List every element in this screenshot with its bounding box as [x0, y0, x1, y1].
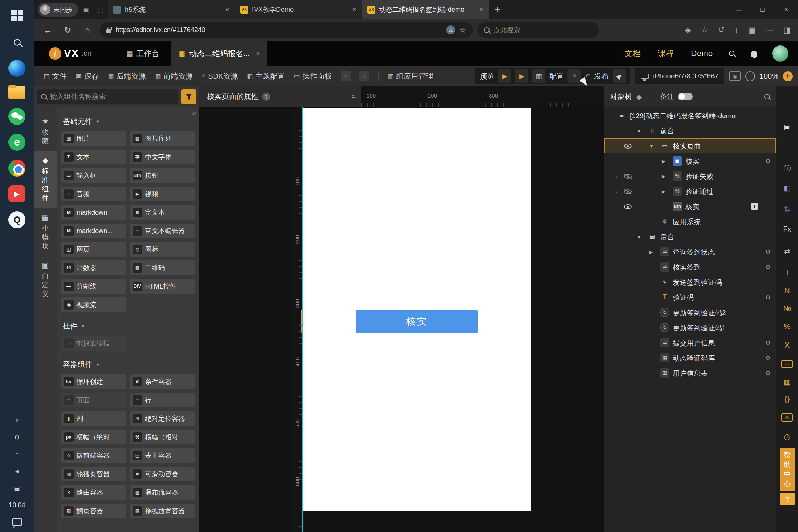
user-icon[interactable]: ☺: [781, 413, 793, 422]
eye-icon[interactable]: [624, 204, 632, 209]
tree-right-caret-icon[interactable]: ▶: [662, 189, 665, 194]
browser-tab[interactable]: VXIVX教学Demo×: [235, 0, 362, 19]
info-icon[interactable]: ⓘ: [776, 163, 798, 173]
palette-item-swipe[interactable]: ≈可滑动容器: [130, 467, 195, 481]
grid-icon[interactable]: ▦: [776, 378, 798, 386]
save-button[interactable]: ▣保存: [76, 71, 99, 81]
history-icon[interactable]: ↺: [718, 25, 724, 34]
palette-item-richtext-editor[interactable]: ≡富文本编辑器: [130, 224, 195, 238]
filter-button[interactable]: [181, 89, 196, 104]
palette-item-page[interactable]: ▭页面: [61, 393, 126, 407]
palette-item-image[interactable]: ▦图片: [61, 131, 126, 146]
backend-resources-button[interactable]: ▦后端资源: [108, 71, 146, 81]
config-sliders-button[interactable]: ≡: [567, 69, 581, 83]
swap-icon[interactable]: ⇄: [776, 247, 798, 256]
minimize-button[interactable]: —: [727, 0, 751, 19]
app-group-manage-button[interactable]: ▦组应用管理: [388, 71, 433, 81]
number-type-icon[interactable]: N: [776, 287, 798, 295]
tree-item[interactable]: ↻更新签到验证码1: [604, 320, 776, 335]
publish-button[interactable]: ▶: [613, 69, 626, 83]
tray-expand-icon[interactable]: >: [15, 416, 18, 424]
debug-play-button[interactable]: ▶: [515, 69, 528, 83]
tree-item[interactable]: ↻更新签到验证码2: [604, 305, 776, 320]
palette-item-text[interactable]: T文本: [61, 150, 126, 164]
action-panel-button[interactable]: ▭操作面板: [294, 71, 332, 81]
clock[interactable]: 10:04: [8, 501, 25, 509]
palette-item-richtext[interactable]: ≡富文本: [130, 205, 195, 220]
palette-item-absolute[interactable]: ⊞绝对定位容器: [130, 411, 195, 426]
browser-e-app-icon[interactable]: e: [8, 134, 25, 151]
palette-item-banner-absolute[interactable]: px横幅（绝对...: [61, 430, 126, 444]
tree-item[interactable]: ▦用户信息表: [604, 365, 776, 381]
file-button[interactable]: ▤文件: [44, 71, 67, 81]
chrome-app-icon[interactable]: [8, 160, 25, 177]
layers-icon[interactable]: ▣: [776, 122, 798, 131]
tree-down-caret-icon[interactable]: ▼: [637, 234, 641, 240]
nav-courses-link[interactable]: 课程: [658, 48, 674, 59]
collapse-panel-icon[interactable]: «: [192, 109, 196, 117]
component-search[interactable]: [37, 89, 178, 104]
verify-button-widget[interactable]: 核实: [356, 310, 478, 333]
palette-item-resize-box[interactable]: ▢拖拽放缩框: [61, 336, 126, 351]
x-type-icon[interactable]: X: [776, 341, 798, 349]
back-icon[interactable]: ←: [40, 22, 55, 38]
note-toggle[interactable]: [678, 93, 693, 100]
file-explorer-app-icon[interactable]: [8, 86, 25, 99]
palette-item-qrcode[interactable]: ▩二维码: [130, 260, 195, 275]
palette-item-divider[interactable]: —分割线: [61, 279, 126, 294]
header-search-icon[interactable]: [729, 51, 734, 56]
array-icon[interactable]: ⋯: [781, 360, 793, 368]
start-button[interactable]: [8, 7, 26, 24]
tab-close-icon[interactable]: ×: [479, 5, 484, 14]
tab-current-project[interactable]: ▣ 动态二维码报名... ×: [171, 41, 267, 66]
tree-search-icon[interactable]: [764, 94, 770, 99]
palette-item-column[interactable]: ∥列: [61, 411, 126, 426]
tree-item[interactable]: ▼▭核实页面: [604, 138, 776, 153]
tree-item[interactable]: →▶%验证失败: [604, 168, 776, 184]
eye-off-icon[interactable]: [624, 189, 632, 194]
notifications-bell-icon[interactable]: [751, 51, 757, 57]
connector-icon[interactable]: ⇅: [776, 205, 798, 214]
tree-layers-icon[interactable]: ◈: [636, 92, 642, 101]
nav-docs-link[interactable]: 文档: [624, 48, 641, 59]
eye-icon[interactable]: [624, 144, 632, 149]
quick-search-box[interactable]: 点此搜索: [477, 22, 599, 38]
palette-item-carousel[interactable]: ▥轮播页容器: [61, 467, 126, 481]
more-menu-icon[interactable]: ⋯: [765, 25, 773, 34]
palette-item-webpage[interactable]: ◫网页: [61, 242, 126, 257]
help-question-button[interactable]: ?: [780, 493, 795, 505]
palette-nav-item[interactable]: ▣自定义: [34, 256, 57, 304]
tray-qq-icon[interactable]: Q: [15, 433, 19, 441]
palette-nav-item[interactable]: ★收藏: [34, 112, 57, 151]
palette-nav-item[interactable]: ▦小模块: [34, 208, 57, 256]
extensions-icon[interactable]: ◈: [685, 25, 691, 34]
wechat-app-icon[interactable]: [8, 108, 25, 125]
media-app-icon[interactable]: ▶: [8, 185, 25, 202]
tree-item[interactable]: →▶%验证通过: [604, 184, 776, 199]
browser-tab[interactable]: h5系统×: [108, 0, 235, 19]
tree-right-caret-icon[interactable]: ▶: [649, 249, 653, 255]
palette-item-markdown-editor[interactable]: Mmarkdown...: [61, 224, 126, 238]
palette-item-button[interactable]: Btn按钮: [130, 168, 195, 183]
tree-item[interactable]: T验证码: [604, 290, 776, 305]
taskbar-search-button[interactable]: [8, 33, 26, 51]
palette-item-micro-frontend[interactable]: ◇微前端容器: [61, 448, 126, 463]
profile-button[interactable]: 未同步: [38, 3, 78, 17]
tree-down-caret-icon[interactable]: ▼: [637, 128, 641, 134]
palette-item-video[interactable]: ▶视频: [130, 187, 195, 201]
tree-item[interactable]: ∗发送签到验证码: [604, 274, 776, 290]
object-icon[interactable]: {}: [776, 395, 798, 403]
palette-nav-item[interactable]: ◆标准组件: [34, 151, 57, 208]
tree-item[interactable]: ▣[129]动态二维码报名签到端-demo: [604, 108, 776, 123]
phone-page-canvas[interactable]: 核实: [303, 108, 531, 511]
close-button[interactable]: ×: [774, 0, 798, 19]
tray-printer-icon[interactable]: ▤: [14, 484, 20, 492]
tab-close-icon[interactable]: ×: [352, 5, 357, 14]
tree-item[interactable]: ▦动态验证码库: [604, 350, 776, 365]
qq-app-icon[interactable]: Q: [8, 211, 25, 228]
capture-icon[interactable]: ▣: [748, 25, 756, 34]
new-tab-button[interactable]: +: [489, 4, 506, 16]
palette-item-audio[interactable]: ♪音频: [61, 187, 126, 201]
multi-preview-button[interactable]: ▦: [532, 69, 545, 83]
text-type-icon[interactable]: T: [776, 268, 798, 277]
